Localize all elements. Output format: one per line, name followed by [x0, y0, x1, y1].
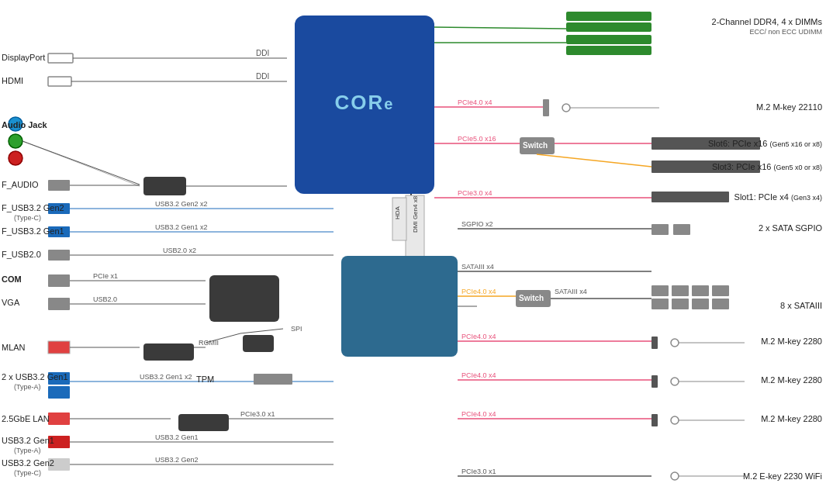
f-usb32-gen1-label: F_USB3.2 Gen1 [2, 226, 64, 236]
svg-rect-106 [651, 375, 658, 388]
svg-rect-32 [48, 298, 70, 310]
slot1-label: Slot1: PCIe x4 (Gen3 x4) [734, 192, 822, 202]
svg-rect-2 [566, 35, 651, 44]
f-audio-label: F_AUDIO [2, 180, 39, 189]
svg-rect-111 [651, 414, 658, 426]
aspeed-chip [209, 275, 279, 322]
svg-rect-91 [651, 285, 669, 296]
core-logo: CORe [335, 91, 395, 115]
svg-text:SATAIII x4: SATAIII x4 [555, 288, 587, 295]
svg-rect-1 [566, 22, 651, 32]
f-usb32-gen2-label: F_USB3.2 Gen2 [2, 203, 64, 212]
ddr4-label: 2-Channel DDR4, 4 x DIMMs [712, 17, 822, 26]
svg-line-36 [240, 329, 283, 333]
svg-text:USB3.2 Gen2: USB3.2 Gen2 [155, 456, 199, 464]
svg-rect-29 [48, 274, 70, 287]
svg-rect-101 [651, 337, 658, 349]
ddr4-sub: ECC/ non ECC UDIMM [749, 28, 822, 36]
svg-point-107 [671, 378, 679, 385]
usb32-gen2-sub: (Type-C) [14, 469, 41, 477]
svg-text:PCIe x1: PCIe x1 [93, 272, 118, 280]
svg-text:DDI: DDI [256, 49, 269, 57]
svg-rect-82 [673, 224, 690, 235]
svg-rect-95 [651, 299, 669, 309]
svg-text:PCIe4.0 x4: PCIe4.0 x4 [461, 371, 496, 379]
i225-chip [178, 414, 229, 431]
svg-line-37 [206, 333, 240, 343]
svg-rect-61 [392, 198, 406, 240]
svg-line-73 [537, 154, 651, 167]
svg-rect-98 [712, 299, 729, 309]
svg-text:DDI: DDI [256, 72, 269, 81]
svg-rect-47 [48, 413, 70, 425]
svg-text:Switch: Switch [519, 294, 544, 302]
cpu-chip: CORe [295, 16, 434, 194]
usb32-gen1-sub: (Type-A) [14, 447, 41, 454]
svg-rect-65 [543, 99, 549, 116]
displayport-label: DisplayPort [2, 53, 45, 62]
svg-text:SPI: SPI [291, 325, 302, 333]
svg-rect-0 [566, 12, 651, 21]
svg-text:PCIe3.0 x1: PCIe3.0 x1 [240, 410, 275, 418]
audio-jack-label: Audio Jack [2, 120, 47, 129]
m2-2280-3-label: M.2 M-key 2280 [761, 414, 822, 423]
svg-rect-87 [516, 290, 551, 307]
chipset [341, 256, 458, 357]
m2-ekey-label: M.2 E-key 2230 WiFi [743, 471, 822, 481]
svg-text:USB3.2 Gen1 x2: USB3.2 Gen1 x2 [140, 373, 192, 381]
svg-point-66 [562, 104, 570, 112]
svg-text:SATAIII x4: SATAIII x4 [461, 263, 494, 271]
svg-text:USB2.0: USB2.0 [93, 295, 117, 303]
diagram: DDI DDI USB3.2 Gen2 x2 USB3.2 Gen1 x2 US… [0, 0, 826, 504]
svg-rect-94 [712, 285, 729, 296]
alc-chip [143, 177, 186, 195]
svg-text:DMI Gen4 x8: DMI Gen4 x8 [412, 195, 419, 233]
svg-point-112 [671, 416, 679, 424]
svg-text:PCIe4.0 x4: PCIe4.0 x4 [461, 333, 496, 340]
svg-text:HDA: HDA [394, 205, 401, 219]
vga-label: VGA [2, 298, 19, 307]
svg-rect-39 [48, 341, 70, 354]
svg-rect-17 [48, 180, 70, 191]
svg-rect-9 [48, 77, 71, 86]
svg-text:USB3.2 Gen1 x2: USB3.2 Gen1 x2 [155, 223, 208, 231]
hdmi-label: HDMI [2, 76, 23, 85]
bios-chip [243, 335, 274, 352]
svg-line-4 [434, 27, 566, 29]
svg-point-116 [671, 472, 679, 480]
svg-text:PCIe4.0 x4: PCIe4.0 x4 [461, 288, 496, 295]
slot3-label: Slot3: PCIe x16 (Gen5 x0 or x8) [712, 162, 822, 171]
slot6-label: Slot6: PCIe x16 (Gen5 x16 or x8) [708, 139, 822, 148]
m2-2280-1-label: M.2 M-key 2280 [761, 337, 822, 346]
svg-rect-6 [48, 54, 73, 63]
svg-line-16 [22, 141, 140, 186]
svg-rect-26 [48, 250, 70, 261]
svg-text:PCIe4.0 x4: PCIe4.0 x4 [461, 410, 496, 418]
m2-22110-label: M.2 M-key 22110 [756, 102, 822, 112]
svg-rect-44 [48, 386, 70, 399]
svg-point-13 [9, 134, 22, 148]
lan25g-label: 2.5GbE LAN [2, 414, 50, 423]
com-label: COM [2, 274, 22, 284]
svg-text:USB3.2 Gen2 x2: USB3.2 Gen2 x2 [155, 200, 208, 208]
svg-text:USB2.0 x2: USB2.0 x2 [163, 247, 196, 254]
svg-rect-119 [254, 374, 292, 385]
svg-text:Switch: Switch [523, 141, 548, 150]
mlan-label: MLAN [2, 343, 26, 352]
tpm-label: TPM [196, 375, 214, 384]
svg-text:USB3.2 Gen1: USB3.2 Gen1 [155, 433, 199, 441]
usb32-gen1-2x-label: 2 x USB3.2 Gen1 [2, 372, 68, 381]
svg-text:PCIe3.0 x4: PCIe3.0 x4 [458, 189, 492, 197]
svg-text:SGPIO x2: SGPIO x2 [461, 220, 493, 228]
svg-rect-93 [692, 285, 709, 296]
usb32-gen2-label: USB3.2 Gen2 [2, 458, 54, 468]
sgpio-label: 2 x SATA SGPIO [759, 223, 822, 233]
svg-rect-59 [406, 195, 424, 257]
svg-rect-97 [692, 299, 709, 309]
svg-rect-38 [48, 341, 70, 354]
svg-point-102 [671, 339, 679, 347]
usb32-gen1-label: USB3.2 Gen1 [2, 436, 54, 445]
svg-rect-70 [520, 137, 555, 154]
svg-text:PCIe4.0 x4: PCIe4.0 x4 [458, 98, 492, 106]
svg-point-14 [9, 151, 22, 165]
